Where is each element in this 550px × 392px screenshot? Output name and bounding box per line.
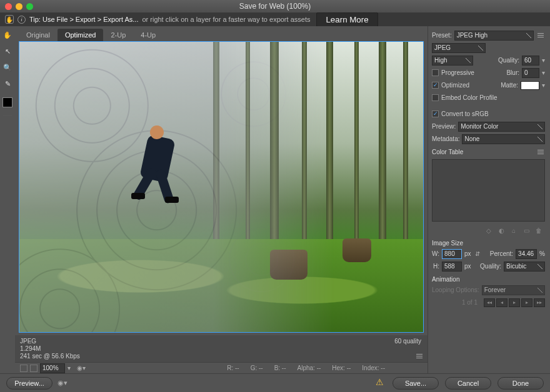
zoom-tool-icon[interactable]: 🔍 xyxy=(1,61,14,74)
tip-text-prefix: Tip: Use File > Export > Export As... xyxy=(29,16,138,23)
progressive-label: Progressive xyxy=(441,69,474,76)
quality-slider-icon[interactable]: ▾ xyxy=(542,57,545,64)
status-filesize: 1.294M xyxy=(20,345,422,352)
first-frame-button: ◂◂ xyxy=(484,298,495,307)
slice-visibility-icon[interactable] xyxy=(3,115,12,116)
quality-preset-select[interactable]: High xyxy=(432,56,473,66)
quality-input[interactable] xyxy=(522,56,539,66)
embed-profile-checkbox[interactable] xyxy=(432,94,439,101)
save-button[interactable]: Save... xyxy=(392,377,439,390)
preview-button[interactable]: Preview... xyxy=(6,377,52,390)
tab-optimized[interactable]: Optimized xyxy=(58,29,104,41)
ct-new-icon[interactable]: ▭ xyxy=(522,227,530,234)
cancel-button[interactable]: Cancel xyxy=(445,377,491,390)
preset-label: Preset: xyxy=(432,32,452,39)
matte-dropdown-icon[interactable]: ▾ xyxy=(542,82,545,89)
color-table-menu-icon[interactable] xyxy=(536,149,545,155)
optimized-checkbox[interactable] xyxy=(432,82,439,89)
eyedropper-color-swatch[interactable] xyxy=(2,97,12,107)
warning-icon[interactable]: ⚠ xyxy=(376,377,384,390)
prev-frame-button: ◂ xyxy=(496,298,508,307)
color-alpha: Alpha: -- xyxy=(298,365,321,371)
ct-shift-icon[interactable]: ◐ xyxy=(498,227,505,234)
width-input[interactable] xyxy=(442,249,462,259)
color-r: R: -- xyxy=(227,365,239,371)
progressive-checkbox[interactable] xyxy=(432,69,439,76)
tip-bar: ✋ i Tip: Use File > Export > Export As..… xyxy=(0,12,550,26)
color-g: G: -- xyxy=(251,365,263,371)
blur-input[interactable] xyxy=(522,68,539,78)
preset-select[interactable]: JPEG High xyxy=(454,31,534,41)
zoom-fit-icon[interactable] xyxy=(30,365,38,372)
frame-counter: 1 of 1 xyxy=(462,299,478,306)
width-label: W: xyxy=(432,250,439,257)
animation-title: Animation xyxy=(432,276,545,283)
tab-original[interactable]: Original xyxy=(19,29,58,41)
slice-select-tool-icon[interactable]: ↖ xyxy=(1,45,14,57)
play-button: ▸ xyxy=(509,298,520,307)
image-preview[interactable] xyxy=(19,41,424,333)
browser-preview-icon[interactable]: ◉▾ xyxy=(58,379,68,387)
height-input[interactable] xyxy=(442,262,462,272)
settings-panel: Preset: JPEG High JPEG High Quality: ▾ P… xyxy=(428,26,550,373)
color-table-area xyxy=(432,159,545,222)
dialog-footer: Preview... ◉▾ ⚠ Save... Cancel Done xyxy=(0,373,550,392)
color-hex: Hex: -- xyxy=(332,365,351,371)
learn-more-button[interactable]: Learn More xyxy=(316,12,378,27)
metadata-label: Metadata: xyxy=(432,135,459,142)
percent-unit: % xyxy=(539,250,545,257)
hand-tool-icon[interactable]: ✋ xyxy=(1,29,14,41)
color-index: Index: -- xyxy=(362,365,385,371)
tip-text-suffix: or right click on a layer for a faster w… xyxy=(142,16,310,23)
ct-lock-icon[interactable]: ⌂ xyxy=(510,227,518,234)
width-unit: px xyxy=(464,250,471,257)
status-quality: 60 quality xyxy=(394,338,421,345)
color-b: B: -- xyxy=(274,365,286,371)
zoom-original-icon[interactable] xyxy=(20,365,28,372)
last-frame-button: ▸▸ xyxy=(534,298,545,307)
quality-label: Quality: xyxy=(498,57,519,64)
format-select[interactable]: JPEG xyxy=(432,43,486,53)
convert-srgb-checkbox[interactable] xyxy=(432,110,439,117)
zoom-dropdown-icon[interactable]: ▾ xyxy=(68,365,71,371)
window-title: Save for Web (100%) xyxy=(0,2,550,11)
next-frame-button: ▸ xyxy=(521,298,532,307)
convert-srgb-label: Convert to sRGB xyxy=(441,110,489,117)
optimized-label: Optimized xyxy=(441,82,469,89)
eyedropper-tool-icon[interactable]: ✎ xyxy=(1,77,14,90)
loop-label: Looping Options: xyxy=(432,287,479,293)
zoom-input[interactable] xyxy=(40,363,65,373)
preview-browser-icon[interactable]: ◉▾ xyxy=(77,365,86,371)
metadata-select[interactable]: None xyxy=(462,134,545,144)
toolbar: ✋ ↖ 🔍 ✎ xyxy=(0,26,15,373)
status-download-time: 241 sec @ 56.6 Kbps xyxy=(20,353,422,360)
percent-input[interactable] xyxy=(516,249,537,259)
person-figure xyxy=(132,123,176,198)
loop-select: Forever xyxy=(482,285,545,295)
info-icon: i xyxy=(18,16,26,24)
preview-status: JPEG 1.294M 241 sec @ 56.6 Kbps 60 quali… xyxy=(15,335,428,362)
preset-menu-icon[interactable] xyxy=(536,32,545,39)
hand-tool-icon[interactable]: ✋ xyxy=(5,15,14,24)
tab-2up[interactable]: 2-Up xyxy=(103,29,133,41)
tab-4up[interactable]: 4-Up xyxy=(133,29,163,41)
preview-select[interactable]: Monitor Color xyxy=(458,122,545,132)
image-size-title: Image Size xyxy=(432,240,545,247)
preview-tabs: Original Optimized 2-Up 4-Up xyxy=(15,26,428,41)
matte-swatch[interactable] xyxy=(521,81,539,90)
matte-label: Matte: xyxy=(501,82,518,89)
percent-label: Percent: xyxy=(490,250,513,257)
done-button[interactable]: Done xyxy=(498,377,544,390)
resample-quality-label: Quality: xyxy=(480,263,501,270)
status-format: JPEG xyxy=(20,338,422,345)
status-menu-icon[interactable] xyxy=(415,353,424,360)
color-table-label: Color Table xyxy=(432,149,463,155)
ct-delete-icon[interactable]: 🗑 xyxy=(535,227,542,234)
embed-profile-label: Embed Color Profile xyxy=(441,94,497,101)
resample-select[interactable]: Bicubic xyxy=(504,262,545,272)
constrain-link-icon[interactable]: ⇵ xyxy=(475,250,480,257)
blur-slider-icon[interactable]: ▾ xyxy=(542,69,545,76)
blur-label: Blur: xyxy=(506,69,519,76)
height-unit: px xyxy=(464,263,471,270)
ct-snap-icon[interactable]: ◇ xyxy=(485,227,492,234)
